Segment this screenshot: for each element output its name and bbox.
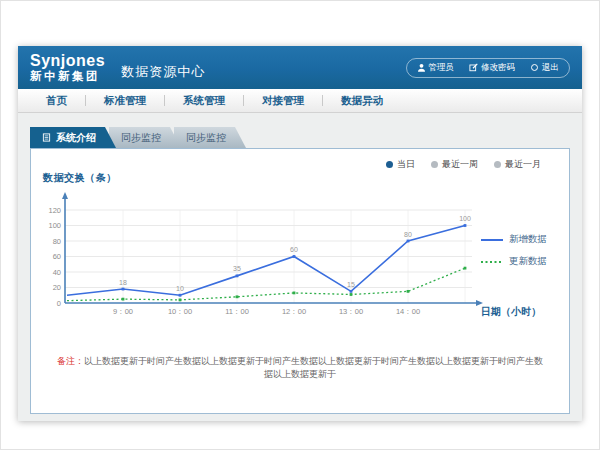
svg-text:10: 10 [176,285,184,292]
tab-0[interactable]: 系统介绍 [30,127,116,148]
dotted-line-swatch [481,256,503,267]
content-panel: 当日最近一周最近一月 数据交换（条） 0204060801001209：0010… [30,148,570,414]
screenshot-backdrop: Synjones 新中新集团 数据资源中心 管理员修改密码退出 首页标准管理系统… [0,0,600,450]
svg-text:40: 40 [53,268,61,277]
legend-label: 更新数据 [509,255,547,268]
nav-item-1[interactable]: 标准管理 [86,94,164,108]
svg-text:10：00: 10：00 [168,307,192,316]
tab-1[interactable]: 同步监控 [109,127,181,148]
x-axis-title: 日期（小时） [481,305,541,319]
time-filter-group: 当日最近一周最近一月 [386,158,541,171]
user-action-label: 退出 [542,62,559,74]
svg-text:100: 100 [48,221,61,230]
tab-label: 同步监控 [186,131,226,145]
time-filter-1[interactable]: 最近一周 [431,158,478,171]
svg-text:12：00: 12：00 [282,307,306,316]
time-filter-label: 当日 [397,158,415,171]
edit-icon [469,63,478,72]
logout-button[interactable]: 退出 [530,62,559,74]
main-nav: 首页标准管理系统管理对接管理数据异动 [18,89,582,113]
svg-text:9：00: 9：00 [113,307,133,316]
user-actions-group: 管理员修改密码退出 [406,58,571,78]
content-area: 系统介绍同步监控同步监控 当日最近一周最近一月 数据交换（条） 02040608… [18,113,582,435]
nav-item-4[interactable]: 数据异动 [323,94,401,108]
svg-text:0: 0 [57,299,61,308]
tab-2[interactable]: 同步监控 [174,127,246,148]
solid-line-swatch [481,234,503,245]
chart-legend: 新增数据更新数据 [481,233,547,268]
brand-name: Synjones [30,53,105,69]
time-filter-0[interactable]: 当日 [386,158,415,171]
svg-text:13：00: 13：00 [339,307,363,316]
power-icon [530,63,539,72]
nav-item-2[interactable]: 系统管理 [165,94,243,108]
footnote: 备注：以上数据更新于时间产生数据以上数据更新于时间产生数据以上数据更新于时间产生… [31,355,569,380]
svg-text:120: 120 [48,206,61,215]
radio-icon [494,161,501,168]
tab-label: 同步监控 [121,131,161,145]
radio-icon [386,161,393,168]
footnote-text: 以上数据更新于时间产生数据以上数据更新于时间产生数据以上数据更新于时间产生数据以… [84,356,543,379]
legend-item-1: 更新数据 [481,255,547,268]
brand-logo: Synjones 新中新集团 [30,53,105,83]
tab-label: 系统介绍 [56,131,96,145]
radio-icon [431,161,438,168]
svg-text:100: 100 [459,215,471,222]
time-filter-label: 最近一周 [442,158,478,171]
svg-text:35: 35 [233,265,241,272]
time-filter-2[interactable]: 最近一月 [494,158,541,171]
time-filter-label: 最近一月 [505,158,541,171]
user-action-label: 管理员 [429,62,455,74]
nav-item-0[interactable]: 首页 [28,94,85,108]
tab-bar: 系统介绍同步监控同步监控 [30,127,582,148]
change-password-button[interactable]: 修改密码 [469,62,515,74]
y-axis-title: 数据交换（条） [43,171,117,185]
svg-text:18: 18 [119,279,127,286]
brand-subtitle: 新中新集团 [30,71,105,83]
svg-text:11：00: 11：00 [225,307,249,316]
svg-text:14：00: 14：00 [396,307,420,316]
svg-text:60: 60 [290,246,298,253]
user-icon [417,63,426,72]
legend-label: 新增数据 [509,233,547,246]
svg-text:60: 60 [53,252,61,261]
svg-text:15: 15 [347,281,355,288]
app-header: Synjones 新中新集团 数据资源中心 管理员修改密码退出 [18,46,582,89]
page-title: 数据资源中心 [121,63,205,81]
document-icon [42,133,51,142]
svg-text:80: 80 [404,231,412,238]
nav-item-3[interactable]: 对接管理 [244,94,322,108]
user-action-label: 修改密码 [481,62,515,74]
admin-button[interactable]: 管理员 [417,62,455,74]
line-chart: 0204060801001209：0010：0011：0012：0013：001… [37,189,515,321]
svg-text:80: 80 [53,237,61,246]
legend-item-0: 新增数据 [481,233,547,246]
footnote-label: 备注： [57,356,84,366]
svg-text:20: 20 [53,283,61,292]
app-window: Synjones 新中新集团 数据资源中心 管理员修改密码退出 首页标准管理系统… [18,46,582,421]
